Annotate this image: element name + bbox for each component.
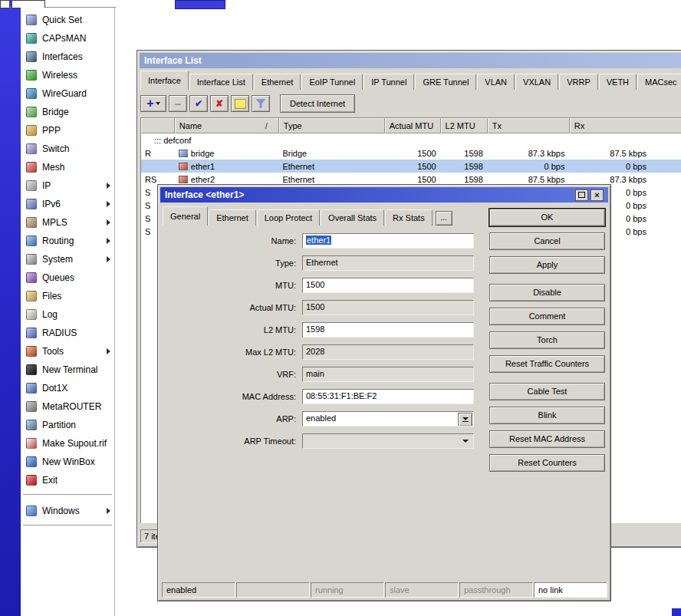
sidebar-separator <box>23 525 112 528</box>
sidebar-item-ppp[interactable]: PPP <box>21 121 114 140</box>
tab-general[interactable]: General <box>163 206 208 226</box>
comment-button[interactable]: Comment <box>489 308 605 325</box>
filter-button[interactable] <box>252 95 270 112</box>
maximize-button[interactable] <box>575 189 588 201</box>
tab-loop-protect[interactable]: Loop Protect <box>257 209 320 226</box>
sidebar-separator <box>23 494 112 497</box>
dropdown-arrow-icon <box>156 102 160 105</box>
field-row-max-l2-mtu: Max L2 MTU: 2028 <box>164 344 474 360</box>
sidebar-item-mesh[interactable]: Mesh <box>21 158 114 176</box>
sidebar-item-new-terminal[interactable]: New Terminal <box>21 361 114 379</box>
tab-eoip-tunnel[interactable]: EoIP Tunnel <box>301 74 363 90</box>
name-label: Name: <box>164 236 302 245</box>
column-header-rx[interactable]: Rx <box>570 118 681 133</box>
ok-button[interactable]: OK <box>489 209 605 226</box>
sidebar-item-wireless[interactable]: Wireless <box>21 66 114 84</box>
disable-button[interactable]: Disable <box>489 284 605 301</box>
sidebar-item-label: Partition <box>42 420 76 430</box>
dialog-titlebar[interactable]: Interface <ether1> × <box>160 187 608 203</box>
comment-row[interactable]: ::: defconf <box>141 133 681 147</box>
remove-button[interactable]: − <box>169 95 187 112</box>
cancel-button[interactable]: Cancel <box>489 232 605 250</box>
sidebar-item-routing[interactable]: Routing <box>21 232 114 250</box>
mtu-input[interactable]: 1500 <box>302 278 474 293</box>
sidebar-item-windows[interactable]: Windows <box>21 502 114 520</box>
l2-mtu-input[interactable]: 1598 <box>302 322 474 338</box>
column-header-tx[interactable]: Tx <box>488 118 570 133</box>
disable-button[interactable]: ✘ <box>210 95 229 112</box>
table-row[interactable]: R bridge Bridge 1500 1598 87.3 kbps 87.5… <box>141 147 681 160</box>
comment-button[interactable] <box>231 95 249 112</box>
enable-button[interactable]: ✔ <box>189 95 208 112</box>
interface-list-titlebar[interactable]: Interface List <box>140 53 681 68</box>
sidebar-item-label: CAPsMAN <box>42 33 86 44</box>
tab-overall-stats[interactable]: Overall Stats <box>321 209 384 226</box>
column-header-name[interactable]: Name/ <box>175 118 279 133</box>
blink-button[interactable]: Blink <box>489 407 605 424</box>
reset-counters-button[interactable]: Reset Counters <box>489 454 605 472</box>
tab-rx-stats[interactable]: Rx Stats <box>385 209 433 226</box>
field-row-arp: ARP: enabled <box>164 411 474 427</box>
arp-select[interactable]: enabled <box>302 411 474 427</box>
reset-traffic-counters-button[interactable]: Reset Traffic Counters <box>489 355 605 373</box>
sidebar-item-ipv6[interactable]: IPv6 <box>21 195 114 213</box>
sidebar-item-quick-set[interactable]: Quick Set <box>21 11 114 29</box>
more-tabs-button[interactable]: ... <box>436 211 452 226</box>
sidebar-item-new-winbox[interactable]: New WinBox <box>21 453 114 471</box>
sidebar-item-files[interactable]: Files <box>21 287 114 305</box>
sidebar-item-exit[interactable]: Exit <box>21 471 114 489</box>
close-button[interactable]: × <box>591 189 604 201</box>
column-header-l2-mtu[interactable]: L2 MTU <box>441 118 488 133</box>
tab-veth[interactable]: VETH <box>599 74 637 90</box>
sidebar-item-interfaces[interactable]: Interfaces <box>21 48 114 66</box>
sidebar-item-mpls[interactable]: MPLS <box>21 213 114 232</box>
tab-vxlan[interactable]: VXLAN <box>515 74 558 90</box>
sidebar-item-metarouter[interactable]: MetaROUTER <box>21 397 114 416</box>
column-header-actual-mtu[interactable]: Actual MTU <box>385 118 441 133</box>
sidebar-item-radius[interactable]: RADIUS <box>21 324 114 342</box>
name-input[interactable]: ether1 <box>302 233 474 249</box>
add-button[interactable]: + <box>140 95 166 112</box>
sidebar-item-system[interactable]: System <box>21 250 114 268</box>
sidebar-item-partition[interactable]: Partition <box>21 416 114 434</box>
sidebar-item-capsman[interactable]: CAPsMAN <box>21 29 114 48</box>
new-winbox-icon <box>26 456 37 467</box>
tab-vrrp[interactable]: VRRP <box>559 74 598 90</box>
column-header-type[interactable]: Type <box>279 118 385 133</box>
submenu-arrow-icon <box>107 238 110 244</box>
bridge-icon <box>26 107 37 117</box>
chevron-down-icon <box>462 417 469 420</box>
tab-macsec[interactable]: MACsec <box>637 74 681 90</box>
sidebar-item-label: Tools <box>42 346 64 357</box>
table-row-selected[interactable]: ether1 Ethernet 1500 1598 0 bps 0 bps <box>141 160 681 173</box>
arp-timeout-label: ARP Timeout: <box>164 436 302 446</box>
cable-test-button[interactable]: Cable Test <box>489 383 605 400</box>
new-terminal-icon <box>26 364 37 375</box>
sidebar-item-bridge[interactable]: Bridge <box>21 103 114 121</box>
sidebar-item-switch[interactable]: Switch <box>21 140 114 158</box>
sidebar-item-make-supout[interactable]: Make Supout.rif <box>21 434 114 453</box>
arp-dropdown-button[interactable] <box>458 413 472 427</box>
sidebar-item-ip[interactable]: IP <box>21 176 114 195</box>
sidebar-item-wireguard[interactable]: WireGuard <box>21 84 114 103</box>
tab-interface[interactable]: Interface <box>140 71 189 90</box>
submenu-arrow-icon <box>107 201 110 207</box>
sidebar-item-dot1x[interactable]: Dot1X <box>21 379 114 397</box>
tab-ip-tunnel[interactable]: IP Tunnel <box>364 74 414 90</box>
arp-timeout-select[interactable] <box>302 433 474 449</box>
sidebar-item-log[interactable]: Log <box>21 305 114 324</box>
sidebar-item-tools[interactable]: Tools <box>21 342 114 361</box>
apply-button[interactable]: Apply <box>489 256 605 274</box>
column-header-flags[interactable] <box>141 118 175 133</box>
sidebar-item-queues[interactable]: Queues <box>21 268 114 287</box>
reset-mac-address-button[interactable]: Reset MAC Address <box>489 430 605 448</box>
tab-vlan[interactable]: VLAN <box>477 74 515 90</box>
exit-icon <box>26 475 37 486</box>
tab-gre-tunnel[interactable]: GRE Tunnel <box>415 74 476 90</box>
torch-button[interactable]: Torch <box>489 331 605 349</box>
tab-ethernet[interactable]: Ethernet <box>254 74 301 90</box>
tab-dialog-ethernet[interactable]: Ethernet <box>209 209 256 226</box>
mac-address-input[interactable]: 08:55:31:F1:BE:F2 <box>302 389 474 404</box>
tab-interface-list[interactable]: Interface List <box>189 74 253 90</box>
detect-internet-button[interactable]: Detect Internet <box>280 94 355 113</box>
